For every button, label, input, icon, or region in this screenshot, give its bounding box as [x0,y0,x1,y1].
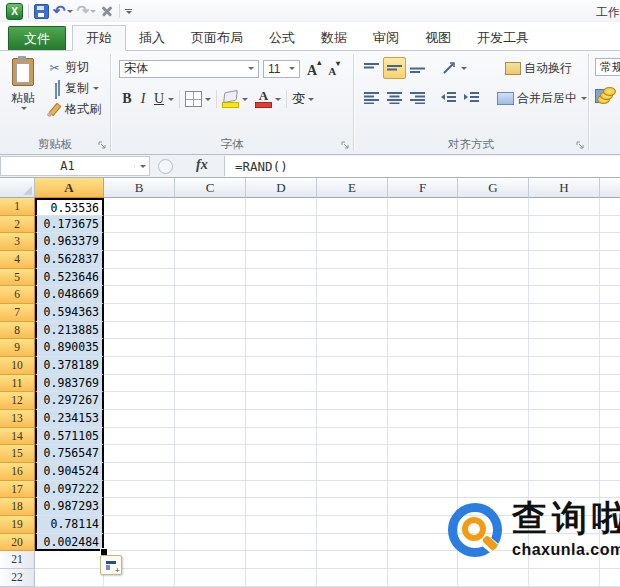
cell-F12[interactable] [388,392,458,410]
undo-button[interactable]: ↶ [53,2,73,20]
cell-B19[interactable] [104,516,175,534]
cell-partial1[interactable] [600,198,620,216]
cell-C5[interactable] [175,269,246,287]
cell-E18[interactable] [317,498,388,516]
row-header-17[interactable]: 17 [0,481,35,499]
cell-D4[interactable] [246,251,317,269]
cell-H5[interactable] [529,269,600,287]
cell-E16[interactable] [317,463,388,481]
cell-F11[interactable] [388,375,458,393]
cell-B14[interactable] [104,428,175,446]
cell-F5[interactable] [388,269,458,287]
align-bottom-button[interactable] [406,57,429,79]
cell-C14[interactable] [175,428,246,446]
cell-partial8[interactable] [600,322,620,340]
copy-dropdown-icon[interactable] [93,87,99,90]
row-header-10[interactable]: 10 [0,357,35,375]
cell-partial10[interactable] [600,357,620,375]
wrap-text-button[interactable]: 自动换行 [505,60,572,77]
align-middle-button[interactable] [383,57,406,79]
tab-file[interactable]: 文件 [8,26,66,50]
align-left-button[interactable] [360,87,383,109]
cell-G10[interactable] [458,357,529,375]
cell-F8[interactable] [388,322,458,340]
cell-C16[interactable] [175,463,246,481]
cell-C11[interactable] [175,375,246,393]
tab-developer[interactable]: 开发工具 [464,25,542,50]
cell-partial22[interactable] [600,569,620,587]
cell-F9[interactable] [388,339,458,357]
borders-dropdown-icon[interactable] [205,98,211,101]
cell-partial16[interactable] [600,463,620,481]
cell-G3[interactable] [458,233,529,251]
cell-F10[interactable] [388,357,458,375]
cell-C22[interactable] [175,569,246,587]
cell-A15[interactable]: 0.756547 [35,445,104,463]
row-header-14[interactable]: 14 [0,428,35,446]
cell-B20[interactable] [104,534,175,552]
row-header-4[interactable]: 4 [0,251,35,269]
cell-partial7[interactable] [600,304,620,322]
cell-E22[interactable] [317,569,388,587]
cell-partial11[interactable] [600,375,620,393]
copy-button[interactable]: 复制 [46,78,101,99]
col-header-H[interactable]: H [529,178,600,198]
number-format-select[interactable]: 常规 [595,58,620,76]
cell-G14[interactable] [458,428,529,446]
cell-D2[interactable] [246,216,317,234]
cell-F14[interactable] [388,428,458,446]
cell-C4[interactable] [175,251,246,269]
cell-E8[interactable] [317,322,388,340]
cell-B17[interactable] [104,481,175,499]
cell-H13[interactable] [529,410,600,428]
cell-H8[interactable] [529,322,600,340]
cell-A11[interactable]: 0.983769 [35,375,104,393]
cell-E5[interactable] [317,269,388,287]
row-header-11[interactable]: 11 [0,375,35,393]
tab-formulas[interactable]: 公式 [256,25,308,50]
tab-data[interactable]: 数据 [308,25,360,50]
cell-D7[interactable] [246,304,317,322]
cell-C17[interactable] [175,481,246,499]
paste-button[interactable]: 粘贴 [4,56,42,128]
row-header-1[interactable]: 1 [0,198,35,216]
cell-F3[interactable] [388,233,458,251]
cell-D12[interactable] [246,392,317,410]
cell-partial9[interactable] [600,339,620,357]
cell-C18[interactable] [175,498,246,516]
cell-partial2[interactable] [600,216,620,234]
cell-H12[interactable] [529,392,600,410]
cell-D13[interactable] [246,410,317,428]
cell-H9[interactable] [529,339,600,357]
font-size-select[interactable]: 11 [263,60,300,78]
cell-E17[interactable] [317,481,388,499]
cell-E19[interactable] [317,516,388,534]
cell-B18[interactable] [104,498,175,516]
cell-A5[interactable]: 0.523646 [35,269,104,287]
cell-D5[interactable] [246,269,317,287]
cell-A22[interactable] [35,569,104,587]
cell-H16[interactable] [529,463,600,481]
cell-F7[interactable] [388,304,458,322]
cell-F13[interactable] [388,410,458,428]
cell-F16[interactable] [388,463,458,481]
row-header-16[interactable]: 16 [0,463,35,481]
cut-button[interactable]: ✂ 剪切 [46,57,101,78]
col-header-B[interactable]: B [104,178,175,198]
cell-D18[interactable] [246,498,317,516]
col-header-partial[interactable] [600,178,620,198]
font-name-select[interactable]: 宋体 [119,60,259,78]
cell-C2[interactable] [175,216,246,234]
row-header-19[interactable]: 19 [0,516,35,534]
col-header-G[interactable]: G [458,178,529,198]
cell-G5[interactable] [458,269,529,287]
cell-B10[interactable] [104,357,175,375]
cell-F17[interactable] [388,481,458,499]
shrink-font-button[interactable]: A▾ [328,59,340,80]
align-center-button[interactable] [383,87,406,109]
cell-F6[interactable] [388,286,458,304]
orientation-button[interactable] [437,57,460,79]
excel-logo-icon[interactable]: X [6,2,23,20]
cell-B2[interactable] [104,216,175,234]
underline-button[interactable]: U [151,88,167,110]
